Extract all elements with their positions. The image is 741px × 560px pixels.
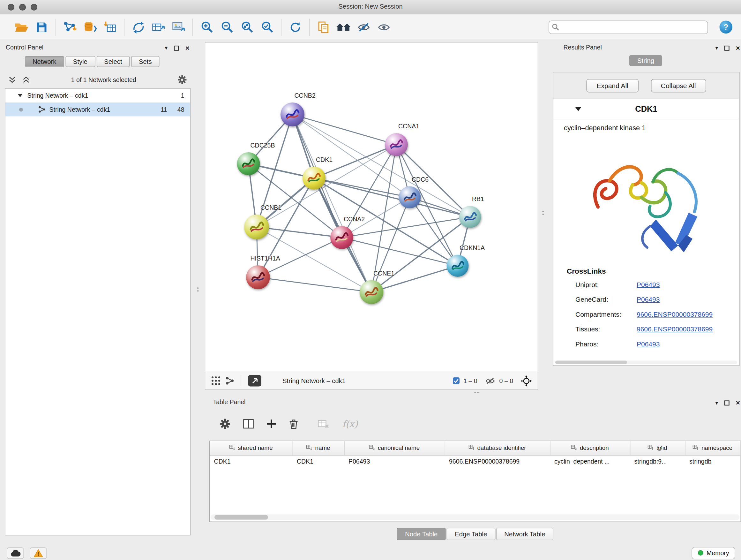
import-network-from-database-button[interactable] <box>80 17 100 37</box>
network-node-cdk1[interactable] <box>302 167 326 190</box>
create-column-icon[interactable] <box>267 419 276 429</box>
disclosure-triangle-icon[interactable] <box>18 94 23 98</box>
network-canvas[interactable]: CCNB2CCNA1CDC25BCDK1CDC6RB1CCNB1CCNA2CDK… <box>205 43 538 372</box>
tab-style[interactable]: Style <box>65 56 95 67</box>
panel-float-icon[interactable] <box>174 45 179 51</box>
column-header[interactable]: shared name <box>210 441 293 455</box>
results-scrollbar[interactable] <box>555 361 737 364</box>
tab-network[interactable]: Network <box>25 56 64 67</box>
network-edge[interactable] <box>293 115 397 145</box>
table-cell[interactable]: cyclin–dependent ... <box>550 455 630 468</box>
network-edge[interactable] <box>257 227 342 238</box>
network-share-icon[interactable] <box>226 376 234 385</box>
network-node-ccnb1[interactable] <box>244 214 269 240</box>
network-node-rb1[interactable] <box>459 206 481 228</box>
column-header[interactable]: name <box>293 441 344 455</box>
panel-close-icon[interactable]: × <box>185 46 190 51</box>
search-input[interactable] <box>549 20 708 34</box>
crosslink-link[interactable]: P06493 <box>636 340 660 348</box>
cloud-status-button[interactable] <box>7 547 24 559</box>
network-edge[interactable] <box>342 238 458 266</box>
zoom-in-button[interactable] <box>197 17 217 37</box>
network-node-hist1h1a[interactable] <box>246 265 270 289</box>
table-cell[interactable]: stringdb:9... <box>630 455 685 468</box>
delete-column-icon[interactable] <box>289 419 298 429</box>
crosslink-link[interactable]: P06493 <box>636 295 660 303</box>
save-session-button[interactable] <box>31 17 52 37</box>
tab-select[interactable]: Select <box>96 56 130 67</box>
zoom-fit-button[interactable] <box>237 17 257 37</box>
birds-eye-home-button[interactable] <box>334 17 354 37</box>
network-options-gear-icon[interactable] <box>178 75 187 84</box>
refresh-view-button[interactable] <box>285 17 306 37</box>
panel-collapse-icon[interactable]: ▾ <box>165 45 167 51</box>
panel-float-icon[interactable] <box>724 45 730 51</box>
network-edge[interactable] <box>314 178 470 217</box>
tab-node-table[interactable]: Node Table <box>397 528 446 540</box>
selected-nodes-checkbox[interactable] <box>453 377 460 384</box>
export-image-button[interactable] <box>169 17 189 37</box>
network-node-cdc6[interactable] <box>399 186 421 208</box>
help-button[interactable]: ? <box>720 21 733 34</box>
network-snapshot-button[interactable] <box>314 17 334 37</box>
tab-edge-table[interactable]: Edge Table <box>447 528 495 540</box>
birdseye-grid-icon[interactable] <box>211 376 221 386</box>
table-cell[interactable]: stringdb <box>685 455 740 468</box>
column-header[interactable]: canonical name <box>344 441 445 455</box>
panel-float-icon[interactable] <box>724 400 730 406</box>
network-node-ccna2[interactable] <box>330 226 353 249</box>
network-node-ccne1[interactable] <box>360 280 384 304</box>
open-in-browser-button[interactable] <box>248 375 261 387</box>
network-from-selection-button[interactable] <box>128 17 148 37</box>
table-cell[interactable]: P06493 <box>344 455 445 468</box>
open-session-button[interactable] <box>11 17 31 37</box>
table-options-gear-icon[interactable] <box>220 419 230 429</box>
expand-all-icon[interactable] <box>23 76 30 83</box>
table-row[interactable]: CDK1CDK1P064939606.ENSP00000378699cyclin… <box>210 455 740 468</box>
crosslink-link[interactable]: 9606.ENSP00000378699 <box>636 310 713 318</box>
export-table-button[interactable] <box>148 17 169 37</box>
zoom-out-button[interactable] <box>217 17 237 37</box>
column-header[interactable]: @id <box>630 441 685 455</box>
pan-crosshair-icon[interactable] <box>521 375 532 386</box>
column-header[interactable]: database identifier <box>445 441 550 455</box>
network-edge[interactable] <box>293 115 470 217</box>
warnings-button[interactable] <box>30 547 47 559</box>
network-node-cdkn1a[interactable] <box>447 255 469 277</box>
network-row[interactable]: String Network – cdk1 11 48 <box>5 103 190 117</box>
table-cell[interactable]: 9606.ENSP00000378699 <box>445 455 550 468</box>
panel-collapse-icon[interactable]: ▾ <box>715 45 718 51</box>
collapse-all-icon[interactable] <box>9 76 16 83</box>
table-cell[interactable]: CDK1 <box>293 455 344 468</box>
scrollbar-thumb[interactable] <box>214 515 268 520</box>
column-header[interactable]: namespace <box>685 441 740 455</box>
disclosure-triangle-icon[interactable] <box>576 107 581 111</box>
crosslink-link[interactable]: 9606.ENSP00000378699 <box>636 325 713 333</box>
import-table-from-file-button[interactable] <box>100 17 120 37</box>
collapse-all-button[interactable]: Collapse All <box>651 79 706 92</box>
panel-close-icon[interactable]: × <box>736 400 740 405</box>
zoom-selected-button[interactable] <box>257 17 277 37</box>
crosslink-link[interactable]: P06493 <box>636 280 660 288</box>
expand-all-button[interactable]: Expand All <box>587 79 638 92</box>
right-splitter-handle[interactable] <box>541 208 545 217</box>
memory-button[interactable]: Memory <box>692 547 735 559</box>
tab-string[interactable]: String <box>629 55 663 66</box>
tab-sets[interactable]: Sets <box>131 56 159 67</box>
panel-close-icon[interactable]: × <box>736 46 740 51</box>
network-node-ccnb2[interactable] <box>280 103 305 126</box>
hide-selected-button[interactable] <box>354 17 374 37</box>
panel-collapse-icon[interactable]: ▾ <box>715 399 718 406</box>
title-bar[interactable]: Session: New Session <box>0 0 741 14</box>
table-horizontal-scrollbar[interactable] <box>211 514 740 520</box>
table-cell[interactable]: CDK1 <box>210 455 293 468</box>
show-all-button[interactable] <box>374 17 394 37</box>
network-node-ccna1[interactable] <box>385 133 408 156</box>
tab-network-table[interactable]: Network Table <box>496 528 553 540</box>
hidden-eye-icon[interactable] <box>485 377 495 385</box>
left-splitter-handle[interactable] <box>196 285 200 294</box>
network-collection-row[interactable]: String Network – cdk1 1 <box>5 89 190 103</box>
network-node-cdc25b[interactable] <box>237 152 260 175</box>
network-edge[interactable] <box>293 115 372 293</box>
show-columns-icon[interactable] <box>243 419 254 429</box>
